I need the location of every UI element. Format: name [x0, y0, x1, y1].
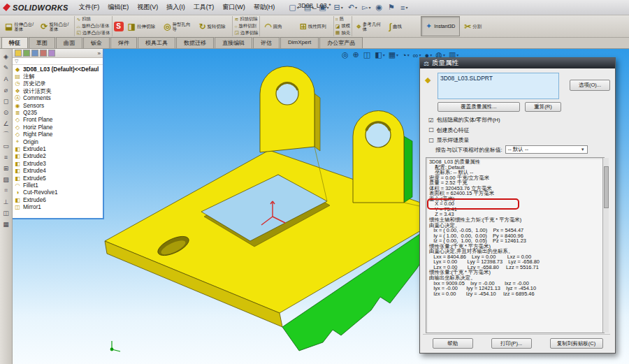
tree-item[interactable]: ◇ Right Plane: [14, 131, 103, 138]
menu-item[interactable]: 编辑(E): [104, 1, 132, 13]
tree-item[interactable]: ◇ Front Plane: [14, 117, 103, 124]
sketch-tool-icon[interactable]: ◫: [1, 208, 11, 217]
menu-item[interactable]: 视图(V): [133, 1, 161, 13]
chevron-down-icon[interactable]: ▾: [405, 5, 407, 10]
menu-item[interactable]: 文件(F): [75, 1, 103, 13]
tab[interactable]: 曲面: [56, 37, 82, 48]
tree-item[interactable]: ◫ Mirror1: [14, 203, 103, 210]
instant3d-button[interactable]: ✦ Instant3D: [421, 16, 460, 36]
addin-badge-icon[interactable]: S: [114, 22, 124, 31]
tab[interactable]: 评估: [253, 37, 280, 48]
results-scrollbar[interactable]: [602, 158, 609, 333]
help-button[interactable]: 帮助: [433, 338, 473, 349]
coordinate-dropdown[interactable]: -- 默认 -- ▼: [505, 145, 588, 154]
left-lug-side-face[interactable]: [314, 94, 320, 151]
feature-button[interactable]: ↻ 旋转切除: [196, 16, 231, 36]
print-button[interactable]: 打印(P)...: [491, 338, 532, 349]
tree-root-item[interactable]: ◆ 3D08_L03 (Default)<<Defaul: [14, 66, 103, 73]
view-tool-button[interactable]: ◔ ▾: [401, 51, 410, 59]
tree-item[interactable]: ◑ Cut-Revolve1: [14, 189, 103, 196]
chevron-down-icon[interactable]: ▾: [312, 5, 314, 10]
tab[interactable]: 钣金: [83, 37, 110, 48]
tree-item[interactable]: ◧ Extrude3: [14, 160, 103, 167]
sketch-tool-icon[interactable]: ▭: [1, 141, 11, 150]
feature-button[interactable]: ⌔ 放样切割: [234, 23, 258, 30]
chevron-down-icon[interactable]: ▾: [456, 52, 458, 57]
tab[interactable]: 焊件: [110, 37, 137, 48]
view-tool-button[interactable]: ◧ ▾: [374, 50, 385, 59]
sketch-tool-icon[interactable]: ≡: [1, 152, 11, 161]
standard-toolbar-button[interactable]: ▤ ▾: [302, 1, 316, 13]
chevron-down-icon[interactable]: ▾: [407, 52, 410, 57]
tab[interactable]: 直接编辑: [215, 37, 252, 48]
tab[interactable]: 数据迁移: [176, 37, 214, 48]
standard-toolbar-button[interactable]: ◉: [374, 1, 386, 13]
view-tool-button[interactable]: ⊕: [352, 50, 361, 59]
tree-item[interactable]: ⌖ Origin: [14, 138, 103, 145]
sketch-tool-icon[interactable]: ✎: [1, 63, 11, 72]
feature-button[interactable]: ⊞ 线性阵列: [297, 16, 332, 36]
sketch-tool-icon[interactable]: ⌗: [1, 186, 11, 195]
tree-filter[interactable]: ▽: [13, 58, 103, 65]
feature-button[interactable]: ◠ 圆角: [261, 16, 296, 36]
tree-item[interactable]: ▤ 注解: [14, 73, 103, 80]
tree-item[interactable]: ◷ 历史记录: [14, 80, 103, 87]
options-button[interactable]: 选项(O)...: [570, 80, 610, 91]
left-lug-face[interactable]: [260, 66, 314, 152]
sketch-tool-icon[interactable]: ⊞: [1, 163, 11, 173]
standard-toolbar-button[interactable]: ▻ ▾: [360, 1, 373, 13]
tree-item[interactable]: ◧ Extrude6: [14, 196, 103, 203]
tree-item[interactable]: ◧ Extrude1: [14, 145, 103, 152]
feature-button[interactable]: ⟳ 旋转凸台/基体: [38, 16, 73, 36]
sketch-tool-icon[interactable]: ∠: [1, 119, 11, 128]
propertymanager-tab-icon[interactable]: [23, 50, 30, 57]
feature-button[interactable]: ≋ 扫描切除: [234, 16, 258, 23]
standard-toolbar-button[interactable]: ⚑: [386, 1, 398, 13]
menu-item[interactable]: 窗口(W): [219, 1, 249, 13]
checkbox-row[interactable]: ☑ 包括隐藏的实体/零部件(H): [428, 116, 500, 124]
feature-button[interactable]: ∫ 曲线: [386, 16, 417, 36]
chevron-down-icon[interactable]: ▾: [419, 52, 421, 57]
checkbox-icon[interactable]: ☐: [428, 137, 434, 144]
chevron-down-icon[interactable]: ▾: [430, 52, 432, 57]
configurationmanager-tab-icon[interactable]: [31, 50, 38, 57]
sketch-tool-icon[interactable]: ⌀: [1, 85, 11, 94]
tree-item[interactable]: ◧ Extrude4: [14, 167, 103, 174]
right-lug-side-face[interactable]: [404, 136, 412, 203]
selected-file-box[interactable]: 3D08_L03.SLDPRT: [438, 73, 559, 99]
panel-chevron-icon[interactable]: »: [98, 50, 101, 57]
feature-button[interactable]: ◎ 异型孔向导: [161, 16, 196, 36]
chevron-down-icon[interactable]: ▾: [368, 5, 370, 10]
tree-item[interactable]: ❖ 设计活页夹: [14, 87, 103, 94]
displaymanager-tab-icon[interactable]: [48, 50, 55, 57]
chevron-down-icon[interactable]: ▾: [327, 5, 329, 10]
chevron-down-icon[interactable]: ▾: [297, 5, 299, 10]
chevron-down-icon[interactable]: ▾: [341, 5, 343, 10]
view-tool-button[interactable]: ▦ ▾: [388, 50, 399, 59]
feature-button[interactable]: ⌗ 筋: [335, 16, 350, 23]
tree-item[interactable]: ◇ Horiz Plane: [14, 124, 103, 131]
sketch-tool-icon[interactable]: ◻: [1, 96, 11, 105]
tab-features[interactable]: 特征: [1, 37, 28, 48]
tree-item[interactable]: ◧ Extrude5: [14, 175, 103, 182]
checkbox-row[interactable]: ☐ 创建质心特征: [428, 126, 500, 134]
feature-button[interactable]: ⌖ 参考几何体: [354, 16, 386, 36]
chevron-down-icon[interactable]: ▾: [383, 52, 385, 57]
tree-item[interactable]: Ⓐ Comments: [14, 95, 103, 102]
featuremanager-tab-icon[interactable]: [15, 50, 22, 57]
sketch-tool-icon[interactable]: ◈: [1, 52, 11, 61]
tree-item[interactable]: ◉ Sensors: [14, 102, 103, 109]
copy-to-clipboard-button[interactable]: 复制到剪贴板(C): [550, 338, 603, 349]
standard-toolbar-button[interactable]: ▣ ▾: [317, 1, 331, 13]
feature-button[interactable]: ▦ 抽壳: [335, 29, 350, 36]
feature-button[interactable]: ⬓ 拉伸凸台/基体: [2, 16, 38, 36]
tab[interactable]: 办公室产品: [319, 37, 363, 48]
sketch-tool-icon[interactable]: ▦: [1, 219, 11, 228]
tab[interactable]: 草图: [29, 37, 55, 48]
override-mass-button[interactable]: 覆盖质量属性...: [438, 102, 520, 112]
dialog-title-bar[interactable]: ⚖ 质量属性: [420, 58, 615, 68]
tab[interactable]: 模具工具: [138, 37, 175, 48]
tree-item[interactable]: ◧ Extrude2: [14, 153, 103, 160]
sketch-tool-icon[interactable]: ⊙: [1, 108, 11, 117]
feature-button[interactable]: ◪ 拔模: [335, 23, 350, 30]
